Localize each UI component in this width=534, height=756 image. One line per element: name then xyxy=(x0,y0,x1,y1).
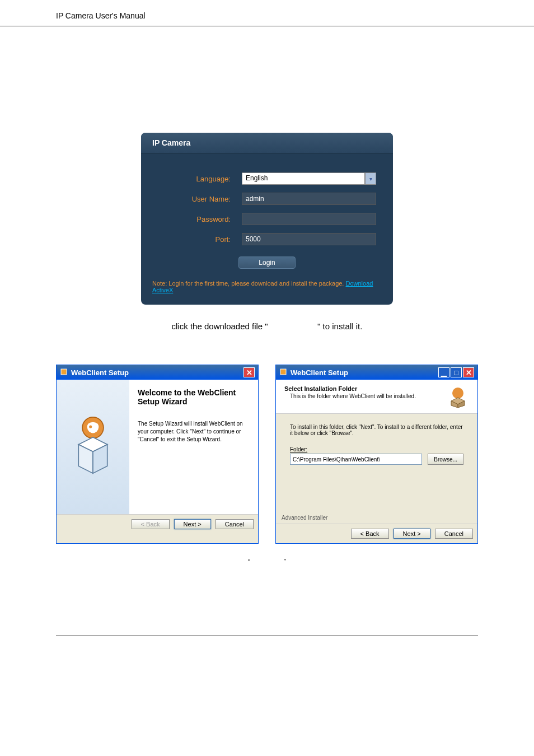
svg-point-9 xyxy=(452,388,463,399)
wizard-welcome-dialog: WebClient Setup ✕ xyxy=(56,365,259,544)
quote-row: “ ” xyxy=(56,558,478,566)
minimize-icon[interactable]: ▁ xyxy=(438,367,449,377)
login-panel: IP Camera Language: English ▾ User Name:… xyxy=(141,133,393,305)
header-box-icon xyxy=(447,385,469,408)
dialog-title-text: WebClient Setup xyxy=(291,368,348,377)
folder-input[interactable] xyxy=(290,454,422,465)
username-label: User Name: xyxy=(158,195,242,203)
folder-label: Folder: xyxy=(290,446,463,452)
cancel-button[interactable]: Cancel xyxy=(216,519,254,529)
instruction-text: click the downloaded file " " to install… xyxy=(56,321,478,331)
wizard-side-image xyxy=(57,380,129,514)
next-button[interactable]: Next > xyxy=(174,519,211,529)
page-header: IP Camera User's Manual xyxy=(0,0,534,26)
login-title: IP Camera xyxy=(141,133,393,153)
password-input[interactable] xyxy=(242,213,376,225)
close-quote: ” xyxy=(268,558,302,566)
chevron-down-icon[interactable]: ▾ xyxy=(365,172,376,185)
next-button[interactable]: Next > xyxy=(394,529,430,539)
page-footer-rule xyxy=(56,636,478,636)
password-label: Password: xyxy=(158,215,242,223)
folder-header-sub: This is the folder where WebClient will … xyxy=(290,393,447,399)
login-note: Note: Login for the first time, please d… xyxy=(141,277,393,296)
wizard-folder-dialog: WebClient Setup ▁ □ ✕ Select Installatio… xyxy=(275,365,478,544)
dialog-title-text: WebClient Setup xyxy=(71,368,129,377)
folder-main-text: To install in this folder, click "Next".… xyxy=(290,424,463,436)
dialog-title-bar: WebClient Setup ▁ □ ✕ xyxy=(276,365,477,380)
login-button[interactable]: Login xyxy=(238,256,295,269)
note-text: Note: Login for the first time, please d… xyxy=(152,280,344,287)
language-select[interactable]: English ▾ xyxy=(242,172,376,185)
installer-icon xyxy=(279,368,287,377)
back-button[interactable]: < Back xyxy=(351,529,389,539)
port-label: Port: xyxy=(158,235,242,244)
instruction-suffix: " to install it. xyxy=(317,321,362,331)
instruction-prefix: click the downloaded file " xyxy=(172,321,268,331)
language-value: English xyxy=(242,172,365,185)
installer-icon xyxy=(60,368,68,377)
back-button: < Back xyxy=(132,519,170,529)
svg-point-2 xyxy=(89,425,92,428)
open-quote: “ xyxy=(232,558,266,566)
welcome-text: The Setup Wizard will install WebClient … xyxy=(138,420,250,444)
close-icon[interactable]: ✕ xyxy=(243,367,255,377)
welcome-title: Welcome to the WebClient Setup Wizard xyxy=(138,388,250,406)
advanced-installer-label: Advanced Installer xyxy=(276,515,477,524)
browse-button[interactable]: Browse... xyxy=(428,454,463,465)
dialog-title-bar: WebClient Setup ✕ xyxy=(57,365,258,380)
username-input[interactable] xyxy=(242,193,376,205)
close-icon[interactable]: ✕ xyxy=(463,367,474,377)
port-input[interactable] xyxy=(242,233,376,245)
svg-rect-8 xyxy=(280,369,286,375)
cancel-button[interactable]: Cancel xyxy=(435,529,473,539)
language-label: Language: xyxy=(158,175,242,183)
svg-rect-0 xyxy=(61,369,67,375)
folder-header-title: Select Installation Folder xyxy=(284,385,447,392)
maximize-icon[interactable]: □ xyxy=(451,367,462,377)
